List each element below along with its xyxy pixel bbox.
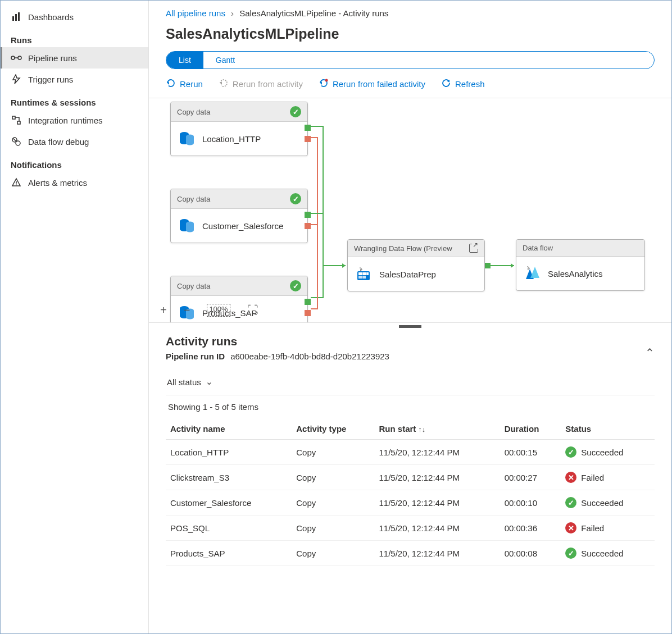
- cell-duration: 00:00:15: [500, 440, 561, 465]
- sidebar-item-trigger-runs[interactable]: Trigger runs: [1, 69, 148, 90]
- failure-port: [305, 310, 311, 316]
- success-port: [305, 125, 311, 131]
- sidebar-item-integration-runtimes[interactable]: Integration runtimes: [1, 110, 148, 131]
- runtime-icon: [11, 115, 22, 126]
- col-duration[interactable]: Duration: [500, 418, 561, 440]
- rerun-activity-icon: [219, 78, 229, 90]
- node-title: Customer_Salesforce: [202, 221, 283, 231]
- sidebar-item-alerts-metrics[interactable]: Alerts & metrics: [1, 172, 148, 193]
- cell-type: Copy: [292, 465, 374, 490]
- svg-point-3: [11, 56, 15, 60]
- view-toggle-gantt[interactable]: Gantt: [203, 52, 247, 69]
- cell-status: ✓Succeeded: [561, 490, 655, 516]
- cell-duration: 00:00:36: [500, 516, 561, 541]
- sidebar-item-dataflow-debug[interactable]: Data flow debug: [1, 131, 148, 152]
- svg-rect-35: [362, 276, 366, 279]
- sidebar-item-pipeline-runs[interactable]: Pipeline runs: [1, 47, 148, 69]
- activity-runs-title: Activity runs: [166, 335, 389, 348]
- col-activity-type[interactable]: Activity type: [292, 418, 374, 440]
- fit-screen-button[interactable]: ⛶: [247, 304, 258, 317]
- svg-rect-31: [358, 272, 362, 275]
- svg-marker-16: [220, 81, 222, 85]
- activity-node-location-http[interactable]: Copy data✓ Location_HTTP: [170, 102, 308, 156]
- breadcrumb-link[interactable]: All pipeline runs: [166, 8, 225, 18]
- status-failed-icon: ✕: [565, 522, 576, 533]
- table-row[interactable]: POS_SQLCopy11/5/20, 12:12:44 PM00:00:36✕…: [166, 516, 655, 541]
- cell-start: 11/5/20, 12:12:44 PM: [374, 440, 500, 465]
- svg-rect-32: [362, 272, 366, 275]
- node-title: SalesAnalytics: [548, 269, 603, 279]
- svg-rect-7: [12, 116, 15, 119]
- cell-start: 11/5/20, 12:12:44 PM: [374, 516, 500, 541]
- pipeline-canvas[interactable]: Copy data✓ Location_HTTP Copy data✓ Cust…: [149, 98, 671, 323]
- rerun-from-failed-button[interactable]: Rerun from failed activity: [319, 78, 425, 90]
- table-row[interactable]: Products_SAPCopy11/5/20, 12:12:44 PM00:0…: [166, 541, 655, 566]
- table-row[interactable]: Location_HTTPCopy11/5/20, 12:12:44 PM00:…: [166, 440, 655, 465]
- action-label: Rerun: [180, 79, 203, 89]
- status-filter-dropdown[interactable]: All status ⌄: [166, 375, 214, 389]
- open-external-icon[interactable]: [469, 244, 478, 253]
- cell-start: 11/5/20, 12:12:44 PM: [374, 490, 500, 516]
- database-icon: [178, 217, 195, 234]
- run-id-label: Pipeline run ID: [166, 352, 225, 361]
- cell-name: Products_SAP: [166, 541, 292, 566]
- trigger-icon: [11, 74, 22, 85]
- dataflow-icon: [524, 265, 541, 282]
- dashboard-icon: [11, 11, 22, 22]
- status-success-icon: ✓: [565, 497, 576, 508]
- zoom-in-button[interactable]: +: [160, 304, 167, 317]
- cell-type: Copy: [292, 440, 374, 465]
- svg-rect-33: [366, 272, 369, 275]
- alert-icon: [11, 177, 22, 188]
- cell-duration: 00:00:10: [500, 490, 561, 516]
- activity-node-customer-salesforce[interactable]: Copy data✓ Customer_Salesforce: [170, 189, 308, 243]
- action-label: Rerun from activity: [233, 79, 303, 89]
- sidebar-heading: Notifications: [1, 152, 148, 172]
- svg-rect-23: [485, 263, 491, 268]
- activity-runs-table: Activity name Activity type Run start↑↓ …: [166, 418, 655, 566]
- action-label: Rerun from failed activity: [333, 79, 425, 89]
- chevron-down-icon: ⌄: [206, 377, 213, 387]
- zoom-reset-button[interactable]: 100%: [207, 304, 230, 317]
- failure-port: [305, 136, 311, 142]
- cell-name: POS_SQL: [166, 516, 292, 541]
- col-status[interactable]: Status: [561, 418, 655, 440]
- cell-status: ✕Failed: [561, 516, 655, 541]
- item-count: Showing 1 - 5 of 5 items: [166, 395, 655, 418]
- refresh-button[interactable]: Refresh: [441, 78, 485, 90]
- node-header-label: Copy data: [177, 195, 210, 203]
- failure-port: [305, 223, 311, 229]
- cell-start: 11/5/20, 12:12:44 PM: [374, 541, 500, 566]
- table-row[interactable]: Customer_SalesforceCopy11/5/20, 12:12:44…: [166, 490, 655, 516]
- zoom-out-button[interactable]: −: [184, 304, 190, 317]
- svg-marker-20: [342, 263, 346, 268]
- activity-node-sales-analytics[interactable]: Data flow SalesAnalytics: [516, 239, 645, 291]
- run-id-value: a600eabe-19fb-4d0b-bd8d-d20b21223923: [230, 352, 389, 361]
- rerun-button[interactable]: Rerun: [166, 78, 203, 90]
- svg-line-11: [13, 138, 16, 142]
- breadcrumb-current: SalesAnalyticsMLPipeline - Activity runs: [239, 8, 388, 18]
- col-activity-name[interactable]: Activity name: [166, 418, 292, 440]
- dataprep-icon: [355, 266, 372, 282]
- view-toggle-list[interactable]: List: [166, 52, 203, 69]
- sidebar-heading: Runs: [1, 28, 148, 47]
- cell-status: ✓Succeeded: [561, 440, 655, 465]
- cell-duration: 00:00:27: [500, 465, 561, 490]
- sidebar-label: Trigger runs: [28, 75, 73, 84]
- sidebar-item-dashboards[interactable]: Dashboards: [1, 6, 148, 28]
- collapse-panel-button[interactable]: ⌃: [645, 346, 655, 359]
- page-title: SalesAnalyticsMLPipeline: [149, 18, 671, 48]
- cell-duration: 00:00:08: [500, 541, 561, 566]
- table-row[interactable]: Clickstream_S3Copy11/5/20, 12:12:44 PM00…: [166, 465, 655, 490]
- node-header-label: Copy data: [177, 282, 210, 290]
- svg-point-4: [18, 56, 21, 60]
- sidebar: Dashboards Runs Pipeline runs Trigger ru…: [1, 1, 149, 633]
- node-header-label: Data flow: [523, 244, 553, 252]
- col-run-start[interactable]: Run start↑↓: [374, 418, 500, 440]
- pipeline-icon: [11, 52, 22, 63]
- cell-type: Copy: [292, 516, 374, 541]
- cell-name: Customer_Salesforce: [166, 490, 292, 516]
- svg-rect-2: [18, 12, 20, 21]
- activity-node-sales-data-prep[interactable]: Wrangling Data Flow (Preview SalesDataPr…: [347, 239, 485, 291]
- cell-status: ✕Failed: [561, 465, 655, 490]
